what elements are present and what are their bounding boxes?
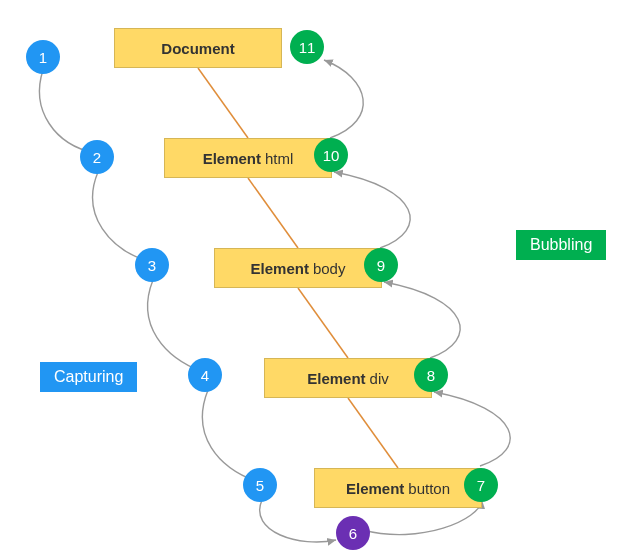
node-button-reg: button (408, 480, 450, 497)
node-div: Element div (264, 358, 432, 398)
node-html-bold: Element (203, 150, 261, 167)
label-bubbling: Bubbling (516, 230, 606, 260)
step-8: 8 (414, 358, 448, 392)
step-11: 11 (290, 30, 324, 64)
node-body-reg: body (313, 260, 346, 277)
svg-line-0 (198, 68, 248, 138)
svg-line-3 (348, 398, 398, 468)
node-body-bold: Element (251, 260, 309, 277)
step-10: 10 (314, 138, 348, 172)
step-5: 5 (243, 468, 277, 502)
node-button: Element button (314, 468, 482, 508)
step-1: 1 (26, 40, 60, 74)
step-2: 2 (80, 140, 114, 174)
label-capturing: Capturing (40, 362, 137, 392)
svg-line-2 (298, 288, 348, 358)
step-4: 4 (188, 358, 222, 392)
node-html: Element html (164, 138, 332, 178)
node-div-reg: div (370, 370, 389, 387)
node-body: Element body (214, 248, 382, 288)
node-button-bold: Element (346, 480, 404, 497)
step-7: 7 (464, 468, 498, 502)
node-html-reg: html (265, 150, 293, 167)
node-document: Document (114, 28, 282, 68)
step-6: 6 (336, 516, 370, 550)
step-3: 3 (135, 248, 169, 282)
svg-line-1 (248, 178, 298, 248)
node-document-bold: Document (161, 40, 234, 57)
step-9: 9 (364, 248, 398, 282)
node-div-bold: Element (307, 370, 365, 387)
